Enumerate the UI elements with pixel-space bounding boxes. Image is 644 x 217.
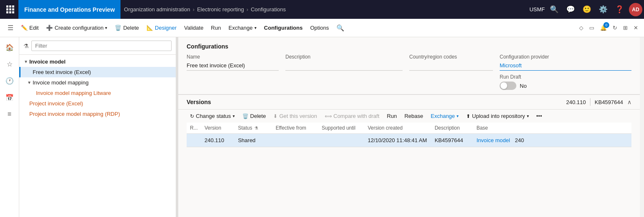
tree-item-invoice-model-mapping[interactable]: ▼ Invoice model mapping bbox=[19, 77, 176, 88]
kb-number: KB4597644 bbox=[595, 99, 623, 105]
versions-table-container: R... Version Status ⚗ Effective from Sup… bbox=[178, 123, 640, 217]
search-icon-nav[interactable]: 🔍 bbox=[547, 3, 561, 15]
upload-repository-button[interactable]: ⬆ Upload into repository ▾ bbox=[463, 112, 532, 120]
right-scrollbar[interactable] bbox=[640, 37, 644, 217]
run-draft-label: Run Draft bbox=[500, 74, 631, 82]
tree-filter-bar: ⚗ bbox=[19, 37, 176, 55]
hamburger-menu-icon[interactable]: ☰ bbox=[4, 22, 17, 33]
rebase-button[interactable]: Rebase bbox=[401, 112, 426, 120]
filter-input[interactable] bbox=[31, 41, 172, 51]
options-button[interactable]: Options bbox=[307, 23, 332, 33]
search-icon-cmd[interactable]: 🔍 bbox=[333, 23, 348, 33]
edit-icon: ✏️ bbox=[21, 25, 28, 31]
tree-item-inv-mapping-litware[interactable]: Invoice model mapping Litware bbox=[19, 88, 176, 98]
validate-button[interactable]: Validate bbox=[181, 23, 207, 33]
notification-icon[interactable]: 🔔 0 bbox=[598, 23, 608, 33]
tree-items: ▼ Invoice model Free text invoice (Excel… bbox=[19, 55, 176, 217]
get-this-version-button[interactable]: ⬇ Get this version bbox=[270, 112, 320, 120]
help-icon[interactable]: ❓ bbox=[613, 3, 626, 15]
smiley-icon[interactable]: 🙂 bbox=[580, 3, 594, 15]
run-draft-toggle[interactable] bbox=[500, 82, 516, 90]
command-bar: ☰ ✏️ Edit ➕ Create configuration ▾ 🗑️ De… bbox=[0, 19, 644, 37]
run-button[interactable]: Run bbox=[208, 23, 224, 33]
breadcrumb-configurations[interactable]: Configurations bbox=[251, 6, 286, 13]
change-status-button[interactable]: ↻ Change status ▾ bbox=[187, 112, 238, 120]
refresh-icon[interactable]: ↻ bbox=[611, 23, 619, 33]
col-header-description: Description bbox=[285, 54, 403, 61]
versions-exchange-button[interactable]: Exchange ▾ bbox=[427, 112, 462, 120]
col-header-country: Country/region codes bbox=[409, 54, 493, 61]
col-header-description: Description bbox=[431, 123, 473, 134]
col-header-version-created: Version created bbox=[364, 123, 431, 134]
tree-label-invoice-model: Invoice model bbox=[29, 59, 66, 65]
status-filter-icon[interactable]: ⚗ bbox=[254, 126, 258, 130]
diamond-icon[interactable]: ◇ bbox=[577, 23, 585, 33]
col-header-provider: Configuration provider bbox=[500, 54, 631, 61]
col-header-version: Version bbox=[201, 123, 235, 134]
breadcrumb-electronic-reporting[interactable]: Electronic reporting bbox=[197, 6, 244, 13]
col-header-supported-until: Supported until bbox=[318, 123, 364, 134]
version-number: 240.110 bbox=[566, 99, 586, 105]
tree-label-proj-invoice: Project invoice (Excel) bbox=[29, 100, 83, 107]
designer-button[interactable]: 📐 Designer bbox=[143, 23, 180, 33]
configurations-title: Configurations bbox=[187, 43, 631, 50]
waffle-button[interactable] bbox=[2, 0, 18, 19]
create-config-button[interactable]: ➕ Create configuration ▾ bbox=[43, 23, 110, 33]
compare-icon: ⟺ bbox=[325, 113, 332, 119]
cell-supported-until bbox=[318, 134, 364, 147]
delete-icon: 🗑️ bbox=[115, 25, 121, 31]
col-value-country bbox=[409, 61, 493, 71]
tree-item-proj-inv-mapping-rdp[interactable]: Project invoice model mapping (RDP) bbox=[19, 109, 176, 119]
configurations-section: Configurations Name Free text invoice (E… bbox=[178, 37, 640, 94]
tree-label-proj-inv-rdp: Project invoice model mapping (RDP) bbox=[29, 111, 120, 117]
versions-run-button[interactable]: Run bbox=[384, 112, 400, 120]
col-value-provider[interactable]: Microsoft bbox=[500, 61, 631, 71]
list-icon[interactable]: ≡ bbox=[1, 107, 18, 122]
user-avatar[interactable]: AD bbox=[629, 3, 642, 16]
filter-icon[interactable]: ⚗ bbox=[23, 43, 29, 49]
tree-item-free-text-excel[interactable]: Free text invoice (Excel) bbox=[19, 67, 176, 77]
col-value-name: Free text invoice (Excel) bbox=[187, 61, 279, 71]
tree-label-free-text-excel: Free text invoice (Excel) bbox=[33, 69, 91, 75]
cell-description: KB4597644 bbox=[431, 134, 473, 147]
calendar-icon[interactable]: 📅 bbox=[1, 90, 18, 105]
compare-draft-button[interactable]: ⟺ Compare with draft bbox=[321, 112, 383, 120]
panel-icon[interactable]: ▭ bbox=[588, 23, 596, 33]
top-nav: Finance and Operations Preview Organizat… bbox=[0, 0, 644, 19]
edit-button[interactable]: ✏️ Edit bbox=[18, 23, 42, 33]
main-layout: 🏠 ☆ 🕐 📅 ≡ ⚗ ▼ Invoice model Free text in… bbox=[0, 37, 644, 217]
side-icon-panel: 🏠 ☆ 🕐 📅 ≡ bbox=[0, 37, 19, 217]
recent-icon[interactable]: 🕐 bbox=[1, 73, 18, 88]
col-value-description bbox=[285, 61, 403, 71]
favorites-icon[interactable]: ☆ bbox=[1, 56, 18, 71]
view-icon[interactable]: ⊞ bbox=[621, 23, 629, 33]
create-icon: ➕ bbox=[46, 25, 53, 31]
more-options-button[interactable]: ••• bbox=[533, 112, 546, 120]
expand-icon-invoice-model[interactable]: ▼ bbox=[23, 59, 29, 64]
exchange-button[interactable]: Exchange ▾ bbox=[225, 23, 260, 33]
configurations-button[interactable]: Configurations bbox=[261, 23, 306, 33]
cell-r bbox=[187, 134, 201, 147]
designer-icon: 📐 bbox=[146, 25, 153, 31]
cell-version: 240.110 bbox=[201, 134, 235, 147]
home-icon[interactable]: 🏠 bbox=[1, 40, 18, 55]
expand-icon-inv-mapping[interactable]: ▼ bbox=[26, 80, 33, 85]
settings-icon[interactable]: ⚙️ bbox=[596, 3, 610, 15]
cell-status: Shared bbox=[235, 134, 272, 147]
versions-collapse-icon[interactable]: ∧ bbox=[627, 99, 631, 105]
chat-icon[interactable]: 💬 bbox=[564, 3, 577, 15]
col-header-status: Status ⚗ bbox=[235, 123, 272, 134]
table-row[interactable]: 240.110 Shared 12/10/2020 11:48:41 AM KB… bbox=[187, 134, 631, 147]
versions-header: Versions 240.110 KB4597644 ∧ bbox=[178, 94, 640, 109]
base-link[interactable]: Invoice model bbox=[477, 137, 510, 143]
company-label: USMF bbox=[529, 6, 545, 13]
breadcrumb-org-admin[interactable]: Organization administration bbox=[124, 6, 190, 13]
tree-item-project-invoice-excel[interactable]: Project invoice (Excel) bbox=[19, 98, 176, 109]
versions-delete-button[interactable]: 🗑️ Delete bbox=[239, 112, 269, 120]
base-num: 240 bbox=[515, 137, 524, 143]
create-config-chevron: ▾ bbox=[105, 26, 107, 30]
delete-button[interactable]: 🗑️ Delete bbox=[111, 23, 142, 33]
tree-item-invoice-model[interactable]: ▼ Invoice model bbox=[19, 56, 176, 67]
close-icon[interactable]: ✕ bbox=[632, 23, 640, 33]
exchange-chevron: ▾ bbox=[254, 26, 257, 30]
